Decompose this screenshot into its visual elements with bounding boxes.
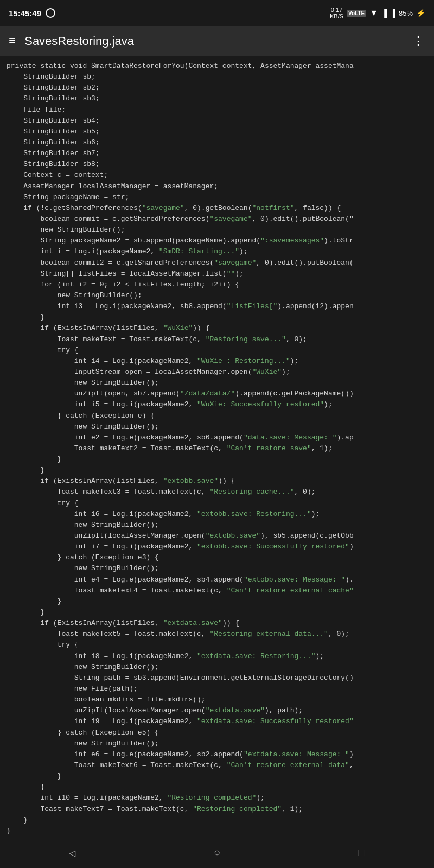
menu-icon[interactable]: ≡ bbox=[9, 35, 16, 48]
code-line: Toast makeText = Toast.makeText(c, "Rest… bbox=[7, 334, 427, 345]
more-options-icon[interactable]: ⋮ bbox=[412, 34, 425, 49]
code-line: Toast makeText6 = Toast.makeText(c, "Can… bbox=[7, 760, 427, 771]
home-button[interactable]: ○ bbox=[201, 843, 233, 864]
code-line: new StringBuilder(); bbox=[7, 563, 427, 574]
code-line: } catch (Exception e3) { bbox=[7, 552, 427, 563]
code-line: } bbox=[7, 596, 427, 607]
code-line: InputStream open = localAssetManager.ope… bbox=[7, 367, 427, 378]
code-line: new StringBuilder(); bbox=[7, 225, 427, 235]
code-line: Toast makeText3 = Toast.makeText(c, "Res… bbox=[7, 487, 427, 497]
toolbar: ≡ SavesRestoring.java ⋮ bbox=[0, 26, 434, 56]
code-line: try { bbox=[7, 345, 427, 356]
code-line: Toast makeText4 = Toast.makeText(c, "Can… bbox=[7, 585, 427, 596]
code-line: new File(path); bbox=[7, 684, 427, 694]
code-line: StringBuilder sb5; bbox=[7, 126, 427, 137]
code-line: unZipIt(localAssetManager.open("extobb.s… bbox=[7, 531, 427, 541]
code-line: } bbox=[7, 607, 427, 618]
code-line: } bbox=[7, 826, 427, 837]
code-line: int i6 = Log.i(packageName2, "extobb.sav… bbox=[7, 509, 427, 520]
code-line: Toast makeText5 = Toast.makeText(c, "Res… bbox=[7, 629, 427, 640]
battery-icon: ⚡ bbox=[416, 9, 425, 17]
code-line: String[] listFiles = localAssetManager.l… bbox=[7, 269, 427, 279]
code-line: StringBuilder sb2; bbox=[7, 82, 427, 93]
code-line: int i5 = Log.i(packageName2, "WuXie: Suc… bbox=[7, 399, 427, 410]
code-line: try { bbox=[7, 640, 427, 650]
code-line: StringBuilder sb8; bbox=[7, 159, 427, 170]
code-line: if (ExistsInArray(listFiles, "extdata.sa… bbox=[7, 618, 427, 629]
back-button[interactable]: ◁ bbox=[56, 842, 88, 864]
code-line: boolean mkdirs = file.mkdirs(); bbox=[7, 694, 427, 705]
code-line: if (!c.getSharedPreferences("savegame", … bbox=[7, 203, 427, 214]
volte-badge: VoLTE bbox=[347, 10, 366, 17]
code-line: new StringBuilder(); bbox=[7, 662, 427, 673]
code-line: new StringBuilder(); bbox=[7, 520, 427, 531]
code-line: StringBuilder sb6; bbox=[7, 137, 427, 148]
signal-icon2: ▐ bbox=[390, 9, 395, 17]
code-line: int i4 = Log.i(packageName2, "WuXie : Re… bbox=[7, 356, 427, 367]
code-line: } bbox=[7, 312, 427, 323]
code-line: int i = Log.i(packageName2, "SmDR: Start… bbox=[7, 246, 427, 257]
code-line: if (ExistsInArray(listFiles, "WuXie")) { bbox=[7, 323, 427, 334]
code-line: private static void SmartDataRestoreForY… bbox=[7, 61, 427, 72]
code-line: } bbox=[7, 782, 427, 793]
status-right: 0.17 KB/S VoLTE ▼ ▐ ▐ 85% ⚡ bbox=[330, 7, 425, 20]
code-line: new StringBuilder(); bbox=[7, 422, 427, 432]
code-line: new StringBuilder(); bbox=[7, 290, 427, 301]
status-left: 15:45:49 bbox=[9, 8, 55, 18]
code-line: AssetManager localAssetManager = assetMa… bbox=[7, 181, 427, 192]
code-line: } catch (Exception e5) { bbox=[7, 727, 427, 738]
code-line: int e4 = Log.e(packageName2, sb4.append(… bbox=[7, 575, 427, 585]
code-line: String path = sb3.append(Environment.get… bbox=[7, 673, 427, 684]
code-line: try { bbox=[7, 498, 427, 509]
code-line: int i7 = Log.i(packageName2, "extobb.sav… bbox=[7, 541, 427, 552]
code-line: } bbox=[7, 815, 427, 826]
signal-icon: ▐ bbox=[381, 9, 387, 17]
code-line: String packageName2 = sb.append(packageN… bbox=[7, 235, 427, 246]
code-line: } bbox=[7, 465, 427, 476]
code-line: String packageName = str; bbox=[7, 192, 427, 203]
code-line: boolean commit2 = c.getSharedPreferences… bbox=[7, 258, 427, 269]
status-bar: 15:45:49 0.17 KB/S VoLTE ▼ ▐ ▐ 85% ⚡ bbox=[0, 0, 434, 26]
code-line: int i8 = Log.i(packageName2, "extdata.sa… bbox=[7, 651, 427, 662]
code-line: for (int i2 = 0; i2 < listFiles.length; … bbox=[7, 279, 427, 290]
code-line: int i9 = Log.i(packageName2, "extdata.sa… bbox=[7, 716, 427, 727]
wifi-icon: ▼ bbox=[369, 8, 378, 18]
code-line: Context c = context; bbox=[7, 170, 427, 181]
code-line: } catch (Exception e) { bbox=[7, 411, 427, 422]
code-line: if (ExistsInArray(listFiles, "extobb.sav… bbox=[7, 476, 427, 487]
code-line: StringBuilder sb7; bbox=[7, 148, 427, 159]
code-line: int e2 = Log.e(packageName2, sb6.append(… bbox=[7, 432, 427, 443]
nav-bar: ◁ ○ □ bbox=[0, 838, 434, 868]
code-line: int e6 = Log.e(packageName2, sb2.append(… bbox=[7, 749, 427, 760]
code-line: Toast makeText2 = Toast.makeText(c, "Can… bbox=[7, 443, 427, 454]
code-line: int i3 = Log.i(packageName2, sb8.append(… bbox=[7, 301, 427, 312]
code-line: unZipIt(open, sb7.append("/data/data/").… bbox=[7, 388, 427, 399]
code-line: StringBuilder sb; bbox=[7, 72, 427, 82]
code-line: new StringBuilder(); bbox=[7, 378, 427, 388]
code-line: } bbox=[7, 454, 427, 465]
code-line: StringBuilder sb3; bbox=[7, 93, 427, 104]
recent-button[interactable]: □ bbox=[346, 843, 378, 864]
code-line: unZipIt(localAssetManager.open("extdata.… bbox=[7, 705, 427, 716]
code-line: } bbox=[7, 771, 427, 782]
code-line: Toast makeText7 = Toast.makeText(c, "Res… bbox=[7, 804, 427, 815]
code-line: int i10 = Log.i(packageName2, "Restoring… bbox=[7, 793, 427, 803]
code-area: private static void SmartDataRestoreForY… bbox=[0, 56, 434, 841]
code-line: boolean commit = c.getSharedPreferences(… bbox=[7, 214, 427, 225]
globe-icon bbox=[46, 8, 55, 18]
code-line: File file; bbox=[7, 105, 427, 116]
code-line: StringBuilder sb4; bbox=[7, 116, 427, 126]
network-speed: 0.17 KB/S bbox=[330, 7, 343, 20]
toolbar-title: SavesRestoring.java bbox=[24, 34, 404, 48]
code-line: new StringBuilder(); bbox=[7, 738, 427, 749]
battery-text: 85% bbox=[399, 9, 413, 17]
time: 15:45:49 bbox=[9, 9, 41, 18]
